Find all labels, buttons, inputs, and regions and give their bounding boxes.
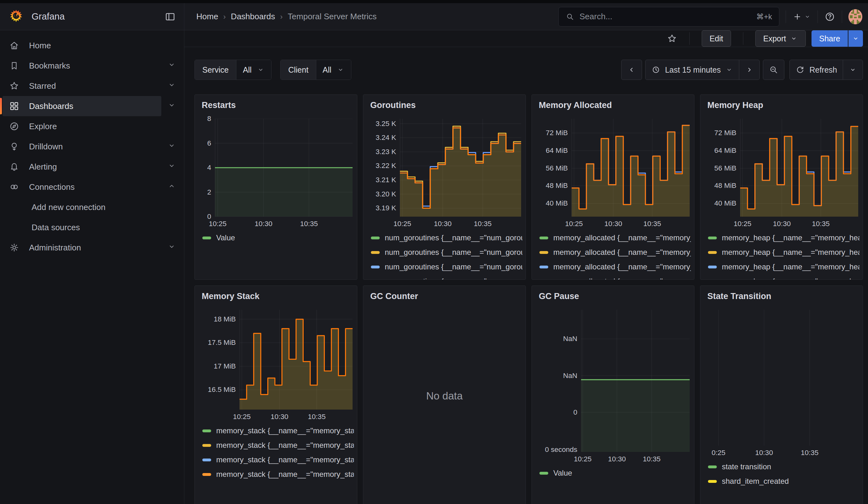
sidebar-link[interactable]: Connections [2, 177, 161, 197]
favorite-star-button[interactable] [666, 33, 678, 44]
legend-item[interactable]: num_goroutines {__name__="num_goroutines… [371, 230, 523, 245]
legend-item[interactable]: memory_allocated {__name__="memory_alloc… [539, 245, 691, 260]
grafana-logo-icon[interactable] [9, 9, 23, 25]
legend-item[interactable]: shard_item_created [708, 474, 859, 488]
legend-label: memory_allocated {__name__="memory_alloc… [553, 233, 691, 242]
sidebar-expand-button[interactable] [167, 141, 176, 150]
sidebar-link[interactable]: Data sources [2, 217, 161, 237]
legend-item[interactable]: memory_allocated {__name__="memory_alloc… [539, 260, 691, 274]
share-dropdown-button[interactable] [848, 30, 863, 47]
legend-item[interactable]: memory_heap {__name__="memory_heap" [708, 245, 859, 260]
sidebar-link[interactable]: Administration [2, 237, 161, 258]
time-forward-button[interactable] [739, 60, 760, 80]
sidebar-expand-button[interactable] [167, 242, 176, 251]
chevup-icon [167, 181, 176, 191]
time-range-picker[interactable]: Last 15 minutes [645, 60, 739, 80]
panel-title[interactable]: State Transition [700, 286, 862, 302]
panel-gc-pause: GC Pause NaNNaN00 seconds 10:2510:3010:3… [531, 286, 694, 504]
panel-legend: Value [539, 466, 691, 480]
legend-item[interactable]: memory_stack {__name__="memory_stack" [202, 467, 354, 482]
panel-title[interactable]: Memory Allocated [532, 95, 694, 111]
chart-area[interactable]: 18 MiB17.5 MiB17 MiB16.5 MiB 10:2510:301… [202, 310, 353, 422]
sidebar-link[interactable]: Explore [2, 116, 161, 136]
help-button[interactable] [824, 11, 836, 22]
legend-item[interactable]: memory_heap {__name__="memory_heap" [708, 260, 859, 274]
legend-item[interactable]: Value [202, 230, 354, 245]
sidebar-expand-button[interactable] [167, 181, 176, 191]
legend-item[interactable]: memory_allocated {__name__="memory_alloc… [539, 230, 691, 245]
sidebar-toggle-button[interactable] [164, 11, 176, 22]
sidebar-link[interactable]: Dashboards [2, 96, 161, 116]
breadcrumb-item[interactable]: Home [196, 12, 218, 21]
legend-item[interactable]: memory_heap {__name__="memory_heap" [708, 274, 859, 280]
chevdown-icon [167, 80, 176, 90]
edit-button[interactable]: Edit [702, 30, 731, 47]
filter-value: All [323, 65, 331, 74]
legend-label: memory_heap {__name__="memory_heap" [722, 263, 859, 271]
legend-item[interactable]: num_goroutines {__name__="num_goroutines… [371, 274, 523, 280]
legend-swatch [539, 237, 548, 239]
export-button[interactable]: Export [755, 30, 806, 47]
legend-item[interactable]: memory_stack {__name__="memory_stack" [202, 453, 354, 467]
plot-region [240, 310, 353, 410]
y-axis-tick: 6 [207, 139, 211, 147]
help-icon [824, 11, 836, 22]
x-axis: 10:2510:3010:35 [581, 453, 690, 464]
chart-area[interactable]: 72 MiB64 MiB56 MiB48 MiB40 MiB 10:2510:3… [707, 119, 858, 229]
time-back-button[interactable] [621, 60, 642, 80]
sidebar-link[interactable]: Home [2, 35, 161, 55]
refresh-interval-dropdown[interactable] [843, 60, 862, 80]
chart-area[interactable]: NaNNaN00 seconds 10:2510:3010:35 [539, 310, 690, 464]
sidebar-expand-button[interactable] [167, 60, 176, 70]
breadcrumb-item[interactable]: Dashboards [231, 12, 275, 21]
legend-item[interactable]: memory_allocated {__name__="memory_alloc… [539, 274, 691, 280]
filter-value-dropdown[interactable]: All [316, 60, 351, 80]
legend-swatch [708, 266, 717, 268]
user-avatar[interactable] [848, 9, 862, 24]
panel-title[interactable]: Restarts [195, 95, 357, 111]
sidebar-link[interactable]: Bookmarks [2, 55, 161, 76]
panel-title[interactable]: Memory Stack [195, 286, 357, 302]
legend-label: num_goroutines {__name__="num_goroutines… [385, 233, 523, 242]
chart-area[interactable]: 72 MiB64 MiB56 MiB48 MiB40 MiB 10:2510:3… [539, 119, 690, 229]
legend-item[interactable]: memory_stack {__name__="memory_stack" [202, 423, 354, 438]
y-axis-tick: 17.5 MiB [208, 339, 236, 347]
share-button[interactable]: Share [812, 30, 848, 47]
sidebar-link[interactable]: Starred [2, 76, 161, 96]
share-split-button: Share [812, 30, 863, 47]
add-menu-button[interactable] [792, 12, 811, 22]
panel-title[interactable]: Memory Heap [700, 95, 862, 111]
legend-label: state transition [722, 462, 771, 471]
legend-item[interactable]: state transition [708, 460, 859, 474]
legend-label: num_goroutines {__name__="num_goroutines… [385, 248, 523, 257]
sidebar-link[interactable]: Add new connection [2, 197, 161, 217]
legend-item[interactable]: memory_stack {__name__="memory_stack" [202, 438, 354, 453]
refresh-button[interactable]: Refresh [790, 60, 843, 80]
panel-title[interactable]: GC Counter [363, 286, 526, 302]
content: Edit Export Share Service All Client [184, 30, 868, 504]
legend-label: num_goroutines {__name__="num_goroutines… [385, 277, 523, 280]
sidebar-expand-button[interactable] [167, 161, 176, 171]
chart-area[interactable]: 3.25 K3.24 K3.23 K3.22 K3.21 K3.20 K3.19… [370, 119, 521, 229]
legend-swatch [202, 473, 211, 476]
zoom-out-button[interactable] [763, 60, 784, 80]
sidebar-link[interactable]: Alerting [2, 157, 161, 177]
star-icon [9, 81, 20, 91]
search-input[interactable]: Search... ⌘+k [558, 7, 779, 27]
panel-title[interactable]: Goroutines [363, 95, 526, 111]
legend-item[interactable]: Value [539, 466, 691, 480]
sidebar-item-label: Drilldown [29, 142, 63, 152]
chart-area[interactable]: 0:2510:3010:35 [707, 310, 858, 457]
panel-title[interactable]: GC Pause [532, 286, 694, 302]
filter-value-dropdown[interactable]: All [236, 60, 271, 80]
sidebar-expand-button[interactable] [167, 80, 176, 90]
sidebar-link[interactable]: Drilldown [2, 136, 161, 157]
sidebar-item-bookmarks: Bookmarks [0, 55, 184, 76]
legend-item[interactable]: memory_heap {__name__="memory_heap" [708, 230, 859, 245]
legend-item[interactable]: num_goroutines {__name__="num_goroutines… [371, 260, 523, 274]
sidebar-item-label: Dashboards [29, 101, 73, 111]
chart-area[interactable]: 86420 10:2510:3010:35 [202, 119, 353, 229]
y-axis-tick: 4 [207, 164, 211, 172]
legend-item[interactable]: num_goroutines {__name__="num_goroutines… [371, 245, 523, 260]
sidebar-expand-button[interactable] [167, 101, 176, 110]
